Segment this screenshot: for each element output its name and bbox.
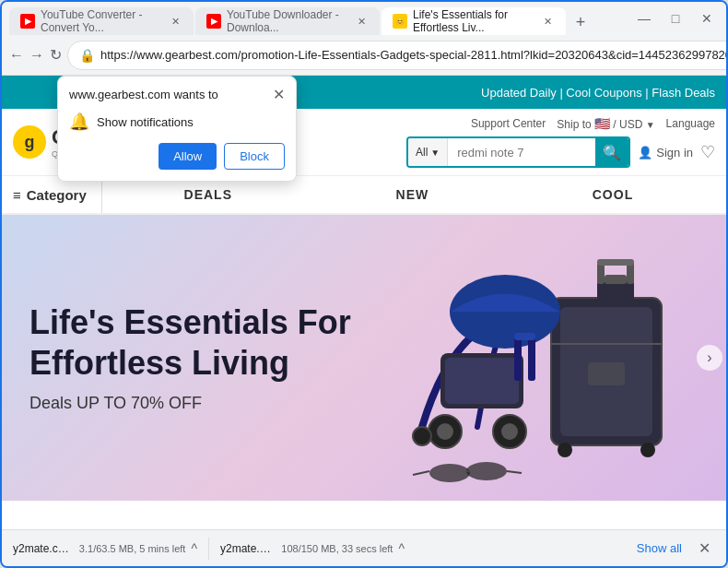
popup-notification-row: 🔔 Show notifications [69,112,285,132]
address-bar: ← → ↻ 🔒 https://www.gearbest.com/promoti… [2,35,726,76]
nav-cool[interactable]: COOL [593,187,633,202]
page-content: www.gearbest.com wants to ✕ 🔔 Show notif… [2,76,726,529]
tab-list: ▶ YouTube Converter - Convert Yo... ✕ ▶ … [9,2,628,35]
tab-title-1: YouTube Converter - Convert Yo... [41,8,162,34]
minimize-button[interactable]: — [632,6,656,30]
tab-close-3[interactable]: ✕ [540,14,555,29]
show-all-button[interactable]: Show all [637,541,682,555]
header-top-row: Support Center Ship to 🇺🇸 / USD ▼ Langua… [471,116,715,131]
download-item-1[interactable]: y2mate.com - ma....mp4 3.1/63.5 MB, 5 mi… [13,541,197,556]
download-filename-2: y2mate.com - lil_....mp4 [220,542,276,555]
search-category-dropdown[interactable]: All ▼ [408,138,448,166]
svg-rect-10 [597,259,634,266]
logo-icon: g [13,125,46,159]
back-button[interactable]: ← [9,41,24,70]
allow-button[interactable]: Allow [159,143,217,170]
category-button[interactable]: ≡ Category [13,176,102,213]
sign-in-label: Sign in [656,146,693,160]
wishlist-icon[interactable]: ♡ [700,142,715,162]
download-bar-close-button[interactable]: ✕ [693,538,715,560]
close-button[interactable]: ✕ [695,6,719,30]
svg-rect-16 [514,333,535,340]
tab-favicon-3: 😊 [393,14,407,29]
forward-button[interactable]: → [29,41,44,70]
download-chevron-1[interactable]: ^ [191,541,197,556]
search-icon: 🔍 [603,144,621,161]
svg-point-6 [640,443,655,457]
notification-popup: www.gearbest.com wants to ✕ 🔔 Show notif… [57,76,297,182]
tab-close-2[interactable]: ✕ [354,14,369,29]
popup-close-button[interactable]: ✕ [273,88,285,102]
search-bar: All ▼ 🔍 [406,136,630,168]
popup-buttons: Allow Block [69,143,285,170]
hero-next-arrow[interactable]: › [697,345,722,371]
download-info-1: 3.1/63.5 MB, 5 mins left [79,543,186,554]
ship-to-label: Ship to 🇺🇸 / USD ▼ [557,116,654,131]
svg-rect-13 [445,358,519,404]
browser-frame: ▶ YouTube Converter - Convert Yo... ✕ ▶ … [0,0,728,568]
banner-text: Updated Daily | Cool Coupons | Flash Dea… [481,86,715,100]
download-filename-1: y2mate.com - ma....mp4 [13,542,74,555]
category-label: Category [27,187,87,203]
nav-links: DEALS NEW COOL [102,187,715,202]
tab-gearbest[interactable]: 😊 Life's Essentials for Effortless Liv..… [382,7,566,35]
window-controls: — □ ✕ [632,6,719,30]
hero-banner: Life's Essentials For Effortless Living … [2,215,726,501]
tab-favicon-1: ▶ [20,14,35,29]
bell-icon: 🔔 [69,112,89,132]
reload-button[interactable]: ↻ [50,41,62,70]
svg-point-21 [413,427,431,445]
hero-title: Life's Essentials For Effortless Living [29,302,380,382]
search-input[interactable] [448,138,595,166]
title-bar: ▶ YouTube Converter - Convert Yo... ✕ ▶ … [2,2,726,35]
svg-rect-3 [605,275,627,284]
tab-close-1[interactable]: ✕ [168,14,182,29]
popup-notification-text: Show notifications [97,115,194,129]
address-input[interactable]: 🔒 https://www.gearbest.com/promotion-Lif… [67,41,728,70]
svg-rect-14 [514,335,522,381]
popup-header: www.gearbest.com wants to ✕ [69,88,285,102]
sign-in-area[interactable]: 👤 Sign in [638,146,693,160]
nav-new[interactable]: NEW [396,187,429,202]
hero-subtitle: Deals UP TO 70% OFF [29,394,380,413]
nav-deals[interactable]: DEALS [184,187,232,202]
popup-title: www.gearbest.com wants to [69,88,218,101]
hamburger-icon: ≡ [13,187,21,203]
header-bottom-row: All ▼ 🔍 👤 Sign in ♡ [406,136,715,168]
download-divider-1 [208,538,209,560]
svg-point-20 [501,423,518,440]
tab-favicon-2: ▶ [206,14,221,29]
address-text: https://www.gearbest.com/promotion-Life-… [100,48,728,62]
download-chevron-2[interactable]: ^ [398,541,405,556]
new-tab-button[interactable]: + [568,9,593,35]
download-bar: y2mate.com - ma....mp4 3.1/63.5 MB, 5 mi… [2,529,726,566]
currency-chevron-icon[interactable]: ▼ [646,120,655,130]
block-button[interactable]: Block [224,143,285,170]
svg-line-25 [413,471,429,475]
svg-point-22 [429,464,470,482]
svg-rect-15 [528,335,535,381]
hero-text: Life's Essentials For Effortless Living … [2,266,407,449]
tab-title-2: YouTube Downloader - Downloa... [227,8,348,34]
user-icon: 👤 [638,146,652,160]
download-item-2[interactable]: y2mate.com - lil_....mp4 108/150 MB, 33 … [220,541,405,556]
svg-point-23 [466,462,507,480]
secure-icon: 🔒 [79,48,95,63]
flag-icon: 🇺🇸 [594,116,610,131]
svg-point-5 [558,443,572,457]
tab-title-3: Life's Essentials for Effortless Liv... [413,8,534,34]
tab-youtube-downloader[interactable]: ▶ YouTube Downloader - Downloa... ✕ [195,7,380,35]
support-center-link[interactable]: Support Center [471,117,546,130]
svg-line-26 [507,471,522,473]
search-button[interactable]: 🔍 [595,138,628,166]
svg-rect-7 [588,362,625,385]
maximize-button[interactable]: □ [663,6,687,30]
language-link[interactable]: Language [666,117,715,130]
tab-youtube-converter[interactable]: ▶ YouTube Converter - Convert Yo... ✕ [9,7,194,35]
nav-bar: ≡ Category DEALS NEW COOL [2,176,726,215]
svg-point-18 [437,423,453,440]
category-chevron-icon: ▼ [430,148,440,158]
download-info-2: 108/150 MB, 33 secs left [281,543,393,554]
